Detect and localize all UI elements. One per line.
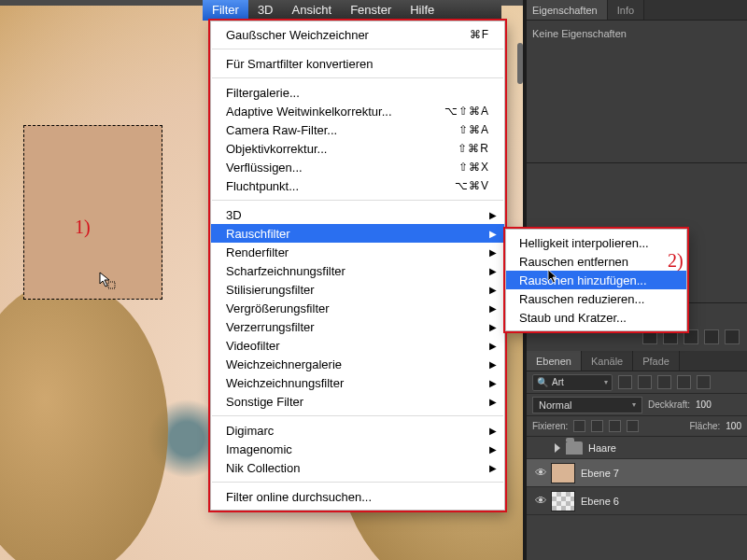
menu-item[interactable]: Objektivkorrektur...⇧⌘R: [211, 139, 504, 158]
menu-item-online[interactable]: Filter online durchsuchen...: [211, 487, 504, 506]
adjustment-icon[interactable]: [725, 329, 740, 344]
menu-hilfe[interactable]: Hilfe: [401, 0, 444, 21]
tab-eigenschaften[interactable]: Eigenschaften: [523, 0, 608, 20]
app-menubar: Filter 3D Ansicht Fenster Hilfe: [203, 0, 501, 21]
opacity-value[interactable]: 100: [696, 399, 712, 410]
tab-ebenen[interactable]: Ebenen: [527, 351, 582, 371]
menu-item-3d[interactable]: 3D▶: [211, 205, 504, 224]
adjustment-icon[interactable]: [704, 329, 719, 344]
adjustment-icon[interactable]: [684, 329, 698, 344]
submenu-item-add-noise[interactable]: Rauschen hinzufügen...: [506, 271, 686, 289]
menu-item-label: 3D: [226, 208, 242, 222]
menu-item-label: Videofilter: [226, 339, 280, 353]
menu-item-video[interactable]: Videofilter▶: [211, 336, 504, 355]
menu-item[interactable]: Adaptive Weitwinkelkorrektur...⌥⇧⌘A: [211, 102, 504, 120]
submenu-item[interactable]: Helligkeit interpolieren...: [506, 233, 686, 252]
lock-pixels-icon[interactable]: [591, 420, 603, 432]
tab-pfade[interactable]: Pfade: [633, 351, 680, 371]
menu-item-last-filter[interactable]: Gaußscher Weichzeichner ⌘F: [211, 25, 504, 44]
lock-all-icon[interactable]: [627, 420, 639, 432]
tab-kanaele[interactable]: Kanäle: [582, 351, 633, 371]
menu-item-label: Verzerrungsfilter: [226, 320, 315, 334]
menu-item-imagenomic[interactable]: Imagenomic▶: [211, 440, 504, 458]
layer-name[interactable]: Ebene 6: [581, 496, 619, 507]
menu-item-stilisierung[interactable]: Stilisierungsfilter▶: [211, 280, 504, 299]
layer-name[interactable]: Haare: [588, 442, 616, 454]
menu-item-verzerrung[interactable]: Verzerrungsfilter▶: [211, 317, 504, 336]
menu-item-label: Rauschen entfernen: [519, 255, 628, 269]
filter-shape-icon[interactable]: [677, 375, 691, 389]
menu-item-label: Gaußscher Weichzeichner: [226, 28, 369, 42]
tab-info[interactable]: Info: [608, 0, 644, 20]
menu-fenster[interactable]: Fenster: [341, 0, 401, 21]
menu-item[interactable]: Camera Raw-Filter...⇧⌘A: [211, 120, 504, 139]
submenu-item[interactable]: Rauschen reduzieren...: [506, 289, 686, 308]
menu-item-weichzeichnergalerie[interactable]: Weichzeichnergalerie▶: [211, 355, 504, 373]
layer-kind-filter[interactable]: 🔍 Art ▾: [532, 374, 613, 391]
lock-position-icon[interactable]: [609, 420, 621, 432]
adjustment-icon[interactable]: [642, 329, 657, 344]
menu-item[interactable]: Filtergalerie...: [211, 83, 504, 102]
menu-item-label: Weichzeichnungsfilter: [226, 376, 344, 390]
visibility-toggle[interactable]: 👁: [530, 466, 551, 480]
layer-group[interactable]: Haare: [527, 437, 747, 459]
filter-type-icon[interactable]: [657, 375, 671, 389]
submenu-arrow-icon: ▶: [489, 229, 497, 239]
menu-item[interactable]: Verflüssigen...⇧⌘X: [211, 158, 504, 176]
submenu-arrow-icon: ▶: [489, 210, 497, 220]
layer-thumbnail[interactable]: [551, 463, 575, 483]
submenu-arrow-icon: ▶: [489, 444, 497, 455]
layer-item[interactable]: 👁 Ebene 7: [527, 459, 747, 487]
menu-filter[interactable]: Filter: [203, 0, 248, 21]
layers-tabs: Ebenen Kanäle Pfade: [527, 351, 747, 371]
menu-ansicht[interactable]: Ansicht: [283, 0, 342, 21]
filter-pixel-icon[interactable]: [618, 375, 632, 389]
menu-item-vergroesserung[interactable]: Vergrößerungsfilter▶: [211, 299, 504, 317]
menu-item-label: Helligkeit interpolieren...: [519, 236, 649, 250]
layer-name[interactable]: Ebene 7: [581, 468, 619, 479]
layers-filter-bar: 🔍 Art ▾: [527, 371, 747, 394]
submenu-item[interactable]: Staub und Kratzer...: [506, 308, 686, 327]
lock-transparent-icon[interactable]: [573, 420, 585, 432]
fill-value[interactable]: 100: [726, 421, 741, 431]
menu-item-label: Filter online durchsuchen...: [226, 490, 372, 504]
menu-item-sonstige[interactable]: Sonstige Filter▶: [211, 392, 504, 411]
menu-3d[interactable]: 3D: [248, 0, 283, 21]
disclosure-triangle-icon[interactable]: [555, 443, 560, 453]
menu-item-renderfilter[interactable]: Renderfilter▶: [211, 243, 504, 261]
filter-adjust-icon[interactable]: [638, 375, 652, 389]
properties-tabs: Eigenschaften Info: [523, 0, 747, 21]
menu-item-label: Sonstige Filter: [226, 395, 303, 409]
submenu-arrow-icon: ▶: [489, 426, 497, 436]
filter-smart-icon[interactable]: [697, 375, 711, 389]
layer-list: Haare 👁 Ebene 7 👁 Ebene 6: [527, 437, 747, 515]
layer-kind-label: Art: [552, 377, 564, 387]
menu-shortcut: ⇧⌘R: [458, 142, 489, 155]
submenu-item[interactable]: Rauschen entfernen: [506, 252, 686, 271]
menu-item[interactable]: Fluchtpunkt...⌥⌘V: [211, 176, 504, 195]
menu-item-label: Verflüssigen...: [226, 161, 303, 175]
blend-mode-value: Normal: [539, 399, 571, 411]
selection-marquee[interactable]: [23, 125, 162, 300]
submenu-arrow-icon: ▶: [489, 397, 497, 407]
menu-item-smartfilter[interactable]: Für Smartfilter konvertieren: [211, 54, 504, 73]
menu-item-nik[interactable]: Nik Collection▶: [211, 458, 504, 477]
menu-item-label: Stilisierungsfilter: [226, 283, 315, 297]
menu-item-label: Vergrößerungsfilter: [226, 301, 330, 315]
visibility-toggle[interactable]: 👁: [530, 494, 551, 508]
menu-item-rauschfilter[interactable]: Rauschfilter▶: [211, 224, 504, 243]
blend-mode-select[interactable]: Normal ▾: [532, 397, 642, 413]
layers-panel: Ebenen Kanäle Pfade 🔍 Art ▾ Normal ▾ Dec…: [527, 351, 747, 560]
menu-item-label: Staub und Kratzer...: [519, 311, 627, 325]
layer-item[interactable]: 👁 Ebene 6: [527, 487, 747, 515]
menu-item-digimarc[interactable]: Digimarc▶: [211, 421, 504, 440]
lock-label: Fixieren:: [532, 421, 568, 431]
menu-separator: [212, 77, 503, 78]
menu-item-label: Rauschfilter: [226, 227, 290, 241]
menu-item-weichzeichnung[interactable]: Weichzeichnungsfilter▶: [211, 373, 504, 392]
adjustment-icon[interactable]: [663, 329, 678, 344]
layer-thumbnail[interactable]: [551, 491, 575, 511]
menu-item-scharfzeichnung[interactable]: Scharfzeichnungsfilter▶: [211, 261, 504, 280]
submenu-arrow-icon: ▶: [489, 247, 497, 258]
filter-menu-dropdown: Gaußscher Weichzeichner ⌘F Für Smartfilt…: [210, 21, 505, 511]
